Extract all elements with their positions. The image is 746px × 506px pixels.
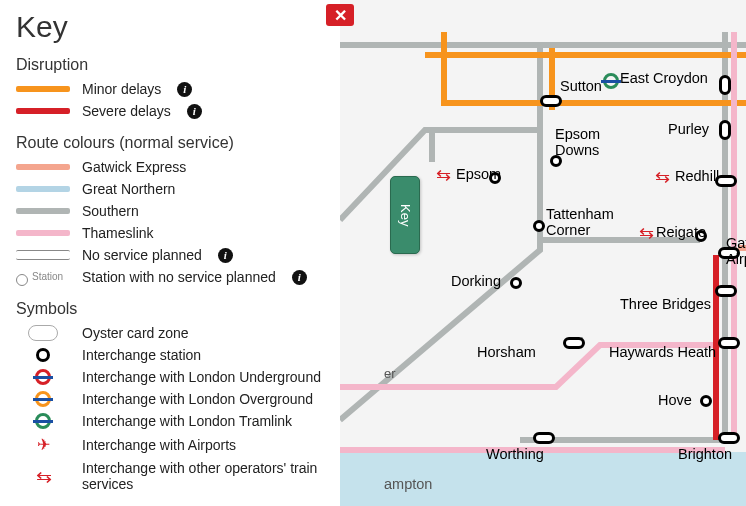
marker-haywards-heath[interactable] (718, 337, 740, 349)
legend-label: Southern (82, 203, 139, 219)
close-panel-button[interactable]: ✕ (326, 4, 354, 26)
legend-label: Gatwick Express (82, 159, 186, 175)
rail-icon: ⇆ (35, 467, 51, 486)
label-redhill[interactable]: Redhill (675, 168, 719, 184)
legend-label: Interchange with other operators' train … (82, 460, 324, 492)
plane-icon: ✈ (37, 435, 50, 454)
label-reigate[interactable]: Reigate (656, 224, 706, 240)
marker-east-croydon[interactable] (719, 75, 731, 95)
marker-horsham[interactable] (563, 337, 585, 349)
legend-no-service: No service planned i (16, 244, 324, 266)
label-gatwick-airport[interactable]: GatwAirpo (726, 236, 746, 268)
swatch-grey (16, 208, 70, 214)
label-worthing[interactable]: Worthing (486, 446, 544, 462)
label-hove[interactable]: Hove (658, 392, 692, 408)
swatch-salmon (16, 164, 70, 170)
swatch-red (16, 108, 70, 114)
label-sutton[interactable]: Sutton (560, 78, 602, 94)
info-icon[interactable]: i (187, 104, 202, 119)
legend-oyster: Oyster card zone (16, 322, 324, 344)
swatch-pink (16, 230, 70, 236)
legend-label: Interchange station (82, 347, 201, 363)
legend-station-no-service: Station with no service planned i (16, 266, 324, 288)
legend-label: Oyster card zone (82, 325, 189, 341)
tramlink-icon (601, 73, 619, 87)
overground-icon (33, 391, 53, 407)
info-icon[interactable]: i (218, 248, 233, 263)
label-ampton: ampton (384, 476, 432, 492)
key-tab-label: Key (398, 204, 413, 226)
label-epsom-downs[interactable]: EpsomDowns (555, 127, 600, 159)
symbols-heading: Symbols (16, 300, 324, 318)
swatch-double-line (16, 250, 70, 260)
close-icon: ✕ (334, 6, 347, 25)
info-icon[interactable]: i (177, 82, 192, 97)
rail-icon: ⇆ (639, 224, 655, 242)
legend-southern: Southern (16, 200, 324, 222)
rail-icon: ⇆ (655, 168, 671, 186)
marker-purley[interactable] (719, 120, 731, 140)
legend-label: Interchange with London Overground (82, 391, 313, 407)
routes-heading: Route colours (normal service) (16, 134, 324, 152)
legend-label: Interchange with Airports (82, 437, 236, 453)
legend-label: Minor delays (82, 81, 161, 97)
legend-label: No service planned (82, 247, 202, 263)
marker-sutton[interactable] (540, 95, 562, 107)
legend-label: Severe delays (82, 103, 171, 119)
legend-great-northern: Great Northern (16, 178, 324, 200)
marker-worthing[interactable] (533, 432, 555, 444)
marker-three-bridges[interactable] (715, 285, 737, 297)
legend-label: Interchange with London Underground (82, 369, 321, 385)
legend-tramlink: Interchange with London Tramlink (16, 410, 324, 432)
panel-title: Key (16, 10, 324, 44)
legend-minor-delays: Minor delays i (16, 78, 324, 100)
label-purley[interactable]: Purley (668, 121, 709, 137)
info-icon[interactable]: i (292, 270, 307, 285)
key-toggle-tab[interactable]: Key (390, 176, 420, 254)
swatch-blue (16, 186, 70, 192)
legend-label: Thameslink (82, 225, 154, 241)
legend-gatwick-express: Gatwick Express (16, 156, 324, 178)
key-panel: Key Disruption Minor delays i Severe del… (0, 0, 340, 506)
legend-rail: ⇆ Interchange with other operators' trai… (16, 457, 324, 495)
label-er: er (384, 366, 396, 381)
swatch-orange (16, 86, 70, 92)
oyster-icon (28, 325, 58, 341)
marker-brighton[interactable] (718, 432, 740, 444)
label-three-bridges[interactable]: Three Bridges (620, 296, 711, 312)
legend-overground: Interchange with London Overground (16, 388, 324, 410)
label-tattenham-corner[interactable]: TattenhamCorner (546, 207, 614, 239)
interchange-icon (36, 348, 50, 362)
marker-hove[interactable] (700, 395, 712, 407)
legend-label: Interchange with London Tramlink (82, 413, 292, 429)
legend-label: Great Northern (82, 181, 175, 197)
legend-underground: Interchange with London Underground (16, 366, 324, 388)
swatch-station (16, 270, 70, 284)
rail-icon: ⇆ (436, 166, 452, 184)
legend-label: Station with no service planned (82, 269, 276, 285)
label-haywards-heath[interactable]: Haywards Heath (609, 344, 716, 360)
label-dorking[interactable]: Dorking (451, 273, 501, 289)
label-brighton[interactable]: Brighton (678, 446, 732, 462)
marker-tattenham-corner[interactable] (533, 220, 545, 232)
legend-thameslink: Thameslink (16, 222, 324, 244)
label-east-croydon[interactable]: East Croydon (620, 70, 708, 86)
legend-airports: ✈ Interchange with Airports (16, 432, 324, 457)
disruption-heading: Disruption (16, 56, 324, 74)
label-horsham[interactable]: Horsham (477, 344, 536, 360)
legend-interchange: Interchange station (16, 344, 324, 366)
tramlink-icon (33, 413, 53, 429)
label-epsom[interactable]: Epsom (456, 166, 501, 182)
underground-icon (33, 369, 53, 385)
legend-severe-delays: Severe delays i (16, 100, 324, 122)
marker-dorking[interactable] (510, 277, 522, 289)
